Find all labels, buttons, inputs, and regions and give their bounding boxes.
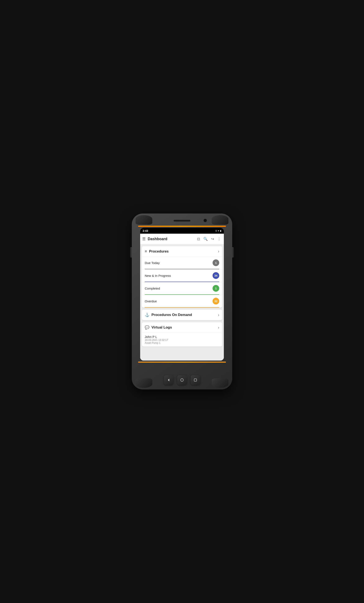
recents-icon	[193, 378, 198, 382]
chat-icon: 💬	[145, 325, 149, 330]
log-entry[interactable]: John P L 18-03-2021 13:32:17 Asset Pump …	[142, 333, 222, 347]
back-button[interactable]	[164, 375, 173, 385]
bumper-bottom-left	[136, 378, 152, 388]
more-icon[interactable]: ⋮	[217, 236, 222, 242]
anchor-icon: ⚓	[145, 313, 149, 317]
overdue-wrapper: Overdue 32	[142, 295, 222, 308]
completed-badge: 1	[212, 285, 219, 292]
procedures-card-header[interactable]: ≡ Procedures ›	[142, 246, 222, 256]
device-wrapper: 2:43 ⊙ ▾ ▮ ☰ Dashboard ⊡ 🔍 ↪ ⋮	[128, 211, 236, 392]
procedures-chevron: ›	[218, 249, 219, 254]
new-in-progress-wrapper: New & In Progress 34	[142, 269, 222, 282]
svg-marker-0	[168, 379, 169, 381]
procedures-on-demand-card: ⚓ Procedures On Demand ›	[142, 310, 222, 320]
procedures-title: Procedures	[149, 249, 218, 254]
back-icon	[166, 378, 171, 382]
nav-buttons	[164, 375, 200, 385]
screen: 2:43 ⊙ ▾ ▮ ☰ Dashboard ⊡ 🔍 ↪ ⋮	[140, 228, 224, 360]
recents-button[interactable]	[191, 375, 200, 385]
virtual-logs-chevron: ›	[218, 325, 219, 330]
bumper-top-left	[136, 215, 152, 225]
battery-icon: ▮	[220, 230, 221, 232]
procedures-on-demand-title: Procedures On Demand	[152, 313, 218, 317]
status-time: 2:43	[143, 229, 148, 232]
due-today-badge: 1	[212, 259, 219, 266]
due-today-wrapper: Due Today 1	[142, 256, 222, 269]
new-in-progress-label: New & In Progress	[145, 274, 212, 278]
procedures-list-icon: ≡	[145, 249, 147, 254]
completed-label: Completed	[145, 287, 212, 290]
virtual-logs-card: 💬 Virtual Logs › John P L 18-03-2021 13:…	[142, 322, 222, 347]
procedures-on-demand-chevron: ›	[218, 313, 219, 317]
virtual-logs-title: Virtual Logs	[152, 325, 218, 330]
procedures-card: ≡ Procedures › Due Today 1	[142, 246, 222, 308]
new-in-progress-item[interactable]: New & In Progress 34	[142, 269, 222, 282]
bumper-top-right	[212, 215, 228, 225]
content-area: ≡ Procedures › Due Today 1	[140, 244, 224, 360]
log-name: John P L	[145, 335, 219, 338]
log-date: 18-03-2021 13:32:17	[145, 338, 219, 341]
app-bar-actions: ⊡ 🔍 ↪ ⋮	[196, 236, 222, 242]
screen-frame: 2:43 ⊙ ▾ ▮ ☰ Dashboard ⊡ 🔍 ↪ ⋮	[140, 228, 224, 360]
search-icon[interactable]: 🔍	[202, 236, 209, 242]
virtual-logs-header[interactable]: 💬 Virtual Logs ›	[142, 322, 222, 333]
orange-stripe-bottom	[138, 362, 226, 363]
scan-icon[interactable]: ⊡	[196, 236, 201, 242]
home-icon	[180, 378, 184, 382]
completed-item[interactable]: Completed 1	[142, 282, 222, 294]
home-button[interactable]	[177, 375, 187, 385]
device-body: 2:43 ⊙ ▾ ▮ ☰ Dashboard ⊡ 🔍 ↪ ⋮	[132, 214, 232, 389]
procedures-on-demand-header[interactable]: ⚓ Procedures On Demand ›	[142, 310, 222, 320]
side-button-right[interactable]	[232, 247, 234, 257]
side-button-left[interactable]	[130, 247, 132, 257]
orange-stripe-top	[138, 226, 226, 227]
new-in-progress-badge: 34	[212, 272, 219, 279]
overdue-label: Overdue	[145, 299, 212, 303]
location-icon: ⊙	[215, 230, 217, 232]
redo-icon[interactable]: ↪	[210, 236, 215, 242]
earpiece	[174, 220, 190, 221]
due-today-label: Due Today	[145, 261, 212, 265]
app-bar: ☰ Dashboard ⊡ 🔍 ↪ ⋮	[140, 234, 224, 244]
bumper-bottom-right	[212, 378, 228, 388]
camera	[203, 219, 207, 222]
wifi-icon: ▾	[218, 230, 219, 232]
hamburger-icon[interactable]: ☰	[142, 237, 146, 241]
app-title: Dashboard	[148, 237, 196, 241]
status-icons: ⊙ ▾ ▮	[215, 230, 221, 232]
completed-wrapper: Completed 1	[142, 282, 222, 295]
overdue-badge: 32	[212, 298, 219, 304]
svg-rect-2	[194, 379, 197, 381]
status-bar: 2:43 ⊙ ▾ ▮	[140, 228, 224, 234]
due-today-item[interactable]: Due Today 1	[142, 256, 222, 269]
svg-point-1	[181, 379, 183, 381]
overdue-item[interactable]: Overdue 32	[142, 295, 222, 307]
log-sub: Asset Pump 1	[145, 341, 219, 344]
